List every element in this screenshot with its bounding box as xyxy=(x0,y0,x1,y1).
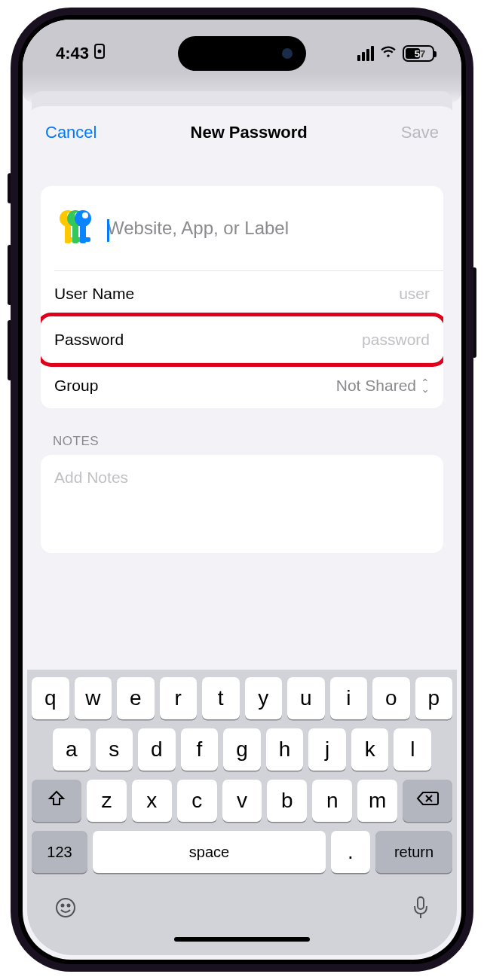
text-cursor xyxy=(107,219,109,242)
key-z[interactable]: z xyxy=(87,780,127,822)
key-w[interactable]: w xyxy=(75,677,112,719)
title-input[interactable] xyxy=(107,218,430,239)
key-i[interactable]: i xyxy=(330,677,368,719)
key-p[interactable]: p xyxy=(415,677,453,719)
page-title: New Password xyxy=(191,123,308,142)
key-l[interactable]: l xyxy=(394,728,431,771)
battery-level: 57 xyxy=(406,48,434,60)
credentials-card: User Name user Password password Group xyxy=(41,186,443,408)
phone-frame: 4:43 57 xyxy=(11,8,473,972)
period-key[interactable]: . xyxy=(331,831,370,873)
backspace-icon xyxy=(416,789,439,813)
svg-point-1 xyxy=(98,50,102,53)
new-password-sheet: Cancel New Password Save xyxy=(27,106,457,955)
svg-point-10 xyxy=(75,210,91,227)
key-d[interactable]: d xyxy=(138,728,176,771)
emoji-key[interactable] xyxy=(54,896,77,924)
svg-point-11 xyxy=(82,212,88,218)
status-time: 4:43 xyxy=(56,44,89,63)
key-b[interactable]: b xyxy=(267,780,307,822)
key-u[interactable]: u xyxy=(287,677,325,719)
battery-icon: 57 xyxy=(403,45,434,62)
username-label: User Name xyxy=(54,285,134,303)
key-a[interactable]: a xyxy=(53,728,90,771)
cellular-signal-icon xyxy=(357,46,374,61)
svg-point-17 xyxy=(62,905,64,907)
key-h[interactable]: h xyxy=(266,728,304,771)
key-n[interactable]: n xyxy=(312,780,352,822)
svg-rect-13 xyxy=(80,237,90,242)
notes-input[interactable] xyxy=(54,469,430,505)
password-row[interactable]: Password password xyxy=(41,317,443,362)
backspace-key[interactable] xyxy=(403,780,452,822)
key-v[interactable]: v xyxy=(222,780,262,822)
key-f[interactable]: f xyxy=(181,728,219,771)
key-y[interactable]: y xyxy=(245,677,283,719)
key-m[interactable]: m xyxy=(357,780,397,822)
key-j[interactable]: j xyxy=(308,728,346,771)
notes-header: NOTES xyxy=(53,434,443,449)
group-row[interactable]: Group Not Shared ⌃⌃ xyxy=(41,363,443,408)
nav-bar: Cancel New Password Save xyxy=(27,106,457,156)
space-key[interactable]: space xyxy=(93,831,326,873)
key-e[interactable]: e xyxy=(117,677,155,719)
dictation-key[interactable] xyxy=(412,896,430,925)
key-x[interactable]: x xyxy=(132,780,172,822)
cancel-button[interactable]: Cancel xyxy=(45,123,96,142)
group-label: Group xyxy=(54,377,98,395)
notes-card xyxy=(41,455,443,553)
home-indicator[interactable] xyxy=(174,937,310,942)
username-placeholder: user xyxy=(399,285,430,303)
group-value: Not Shared xyxy=(336,377,416,395)
key-t[interactable]: t xyxy=(202,677,240,719)
key-g[interactable]: g xyxy=(223,728,261,771)
key-s[interactable]: s xyxy=(96,728,133,771)
svg-point-16 xyxy=(57,899,75,917)
wifi-icon xyxy=(380,43,397,64)
dynamic-island xyxy=(178,36,306,71)
unfold-icon: ⌃⌃ xyxy=(421,381,430,389)
key-k[interactable]: k xyxy=(351,728,389,771)
numbers-key[interactable]: 123 xyxy=(32,831,87,873)
key-o[interactable]: o xyxy=(372,677,410,719)
passwords-app-icon xyxy=(54,209,93,248)
key-q[interactable]: q xyxy=(32,677,69,719)
key-c[interactable]: c xyxy=(177,780,217,822)
svg-rect-19 xyxy=(418,897,424,909)
save-button[interactable]: Save xyxy=(401,123,439,142)
password-label: Password xyxy=(54,331,124,349)
username-row[interactable]: User Name user xyxy=(41,271,443,316)
keyboard: qwertyuiop asdfghjkl zxcvbnm xyxy=(27,670,457,955)
svg-point-18 xyxy=(68,905,70,907)
password-placeholder: password xyxy=(362,331,430,349)
shift-icon xyxy=(47,789,66,813)
portrait-lock-icon xyxy=(93,44,106,63)
key-r[interactable]: r xyxy=(160,677,198,719)
shift-key[interactable] xyxy=(32,780,81,822)
return-key[interactable]: return xyxy=(375,831,452,873)
